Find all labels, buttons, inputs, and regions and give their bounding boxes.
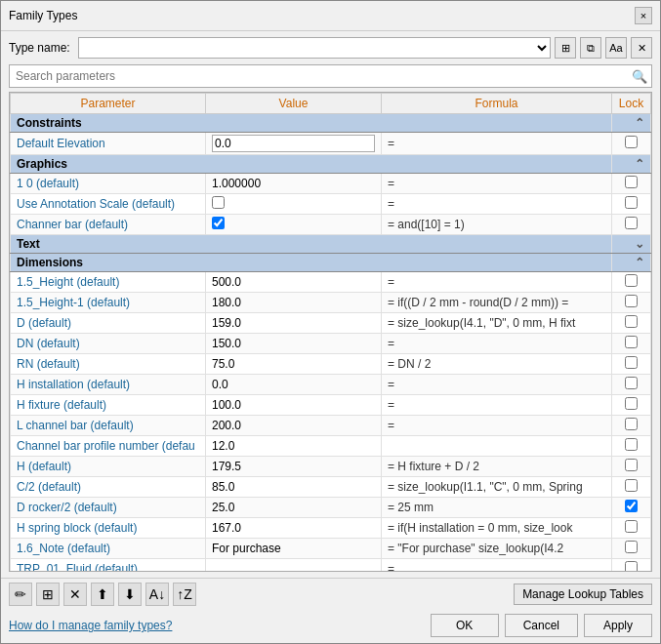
lock-cell[interactable] xyxy=(612,375,651,395)
param-cell: Default Elevation xyxy=(11,133,206,155)
table-header-row: Parameter Value Formula Lock xyxy=(11,94,651,114)
table-row: C/2 (default)85.0= size_lookup(I1.1, "C"… xyxy=(11,477,651,498)
lock-cell[interactable] xyxy=(612,477,651,498)
param-cell: Channel bar profile number (defau xyxy=(11,436,206,457)
close-button[interactable]: × xyxy=(635,7,652,24)
add-param-button[interactable]: ⊞ xyxy=(36,583,60,606)
lock-checkbox[interactable] xyxy=(625,136,638,148)
table-row: H (default)179.5= H fixture + D / 2 xyxy=(11,457,651,477)
section-collapse-arrow[interactable]: ⌃ xyxy=(612,155,651,174)
lock-checkbox[interactable] xyxy=(625,438,638,451)
sort-desc-button[interactable]: ↑Z xyxy=(173,583,196,606)
lock-cell[interactable] xyxy=(612,293,651,313)
value-cell: 167.0 xyxy=(206,518,382,539)
duplicate-type-button[interactable]: ⧉ xyxy=(580,37,601,59)
col-header-lock: Lock xyxy=(612,94,651,114)
param-cell: Use Annotation Scale (default) xyxy=(11,194,206,215)
lock-cell[interactable] xyxy=(612,215,651,235)
lock-cell[interactable] xyxy=(612,559,651,573)
lock-cell[interactable] xyxy=(612,313,651,334)
edit-param-button[interactable]: ✏ xyxy=(9,583,32,606)
lock-cell[interactable] xyxy=(612,133,651,155)
rename-type-button[interactable]: Aa xyxy=(605,37,627,59)
lock-checkbox[interactable] xyxy=(625,336,638,348)
parameters-table-container: Parameter Value Formula Lock Constraints… xyxy=(9,92,652,572)
lock-checkbox[interactable] xyxy=(625,500,638,512)
lock-cell[interactable] xyxy=(612,498,651,518)
param-cell: 1 0 (default) xyxy=(11,174,206,194)
table-row: D (default)159.0= size_lookup(I4.1, "D",… xyxy=(11,313,651,334)
param-cell: Channer bar (default) xyxy=(11,215,206,235)
lock-checkbox[interactable] xyxy=(625,479,638,492)
table-row: H installation (default)0.0= xyxy=(11,375,651,395)
value-cell xyxy=(206,215,382,235)
section-header-constraints: Constraints ⌃ xyxy=(11,114,651,133)
lock-checkbox[interactable] xyxy=(625,520,638,533)
lock-checkbox[interactable] xyxy=(625,295,638,307)
value-cell[interactable] xyxy=(206,133,382,155)
new-type-button[interactable]: ⊞ xyxy=(555,37,576,59)
lock-cell[interactable] xyxy=(612,436,651,457)
value-input[interactable] xyxy=(212,135,375,152)
col-header-parameter: Parameter xyxy=(11,94,206,114)
apply-button[interactable]: Apply xyxy=(584,614,652,637)
value-cell: 0.0 xyxy=(206,375,382,395)
search-input[interactable] xyxy=(10,65,628,87)
cancel-button[interactable]: Cancel xyxy=(505,614,578,637)
lock-cell[interactable] xyxy=(612,194,651,215)
manage-lookup-button[interactable]: Manage Lookup Tables xyxy=(514,584,652,605)
section-collapse-arrow[interactable]: ⌃ xyxy=(612,254,651,272)
lock-checkbox[interactable] xyxy=(625,561,638,572)
help-link[interactable]: How do I manage family types? xyxy=(9,619,172,632)
remove-param-button[interactable]: ✕ xyxy=(63,583,87,606)
lock-checkbox[interactable] xyxy=(625,176,638,188)
value-checkbox[interactable] xyxy=(212,217,225,229)
lock-checkbox[interactable] xyxy=(625,315,638,328)
ok-button[interactable]: OK xyxy=(431,614,499,637)
dialog-title: Family Types xyxy=(9,9,77,22)
table-row: Use Annotation Scale (default)= xyxy=(11,194,651,215)
formula-cell: = H fixture + D / 2 xyxy=(382,457,612,477)
lock-cell[interactable] xyxy=(612,416,651,436)
table-row: 1.6_Note (default)For purchase= "For pur… xyxy=(11,539,651,559)
lock-checkbox[interactable] xyxy=(625,356,638,369)
move-up-button[interactable]: ⬆ xyxy=(91,583,114,606)
type-name-row: Type name: ⊞ ⧉ Aa ✕ xyxy=(9,37,652,59)
value-cell: 100.0 xyxy=(206,395,382,416)
value-checkbox[interactable] xyxy=(212,196,225,209)
table-row: TRP_01_Fluid (default)= xyxy=(11,559,651,573)
lock-checkbox[interactable] xyxy=(625,397,638,410)
type-name-select[interactable] xyxy=(78,37,551,59)
delete-type-button[interactable]: ✕ xyxy=(631,37,652,59)
lock-cell[interactable] xyxy=(612,174,651,194)
family-types-dialog: Family Types × Type name: ⊞ ⧉ Aa ✕ 🔍 Par… xyxy=(0,0,661,644)
table-row: Default Elevation= xyxy=(11,133,651,155)
section-header-text: Text ⌄ xyxy=(11,235,651,254)
lock-cell[interactable] xyxy=(612,354,651,375)
lock-checkbox[interactable] xyxy=(625,377,638,389)
bottom-toolbar: ✏ ⊞ ✕ ⬆ ⬇ A↓ ↑Z Manage Lookup Tables xyxy=(1,578,660,610)
lock-checkbox[interactable] xyxy=(625,418,638,430)
lock-checkbox[interactable] xyxy=(625,217,638,229)
lock-checkbox[interactable] xyxy=(625,196,638,209)
lock-cell[interactable] xyxy=(612,457,651,477)
lock-cell[interactable] xyxy=(612,539,651,559)
formula-cell: = xyxy=(382,395,612,416)
formula-cell: = xyxy=(382,272,612,293)
lock-cell[interactable] xyxy=(612,395,651,416)
lock-checkbox[interactable] xyxy=(625,541,638,553)
param-cell: L channel bar (default) xyxy=(11,416,206,436)
section-collapse-arrow[interactable]: ⌃ xyxy=(612,114,651,133)
lock-checkbox[interactable] xyxy=(625,274,638,287)
lock-cell[interactable] xyxy=(612,334,651,354)
lock-cell[interactable] xyxy=(612,272,651,293)
value-cell: 12.0 xyxy=(206,436,382,457)
lock-checkbox[interactable] xyxy=(625,459,638,471)
section-collapse-arrow[interactable]: ⌄ xyxy=(612,235,651,254)
sort-asc-button[interactable]: A↓ xyxy=(145,583,169,606)
section-header-graphics: Graphics ⌃ xyxy=(11,155,651,174)
dialog-content: Type name: ⊞ ⧉ Aa ✕ 🔍 Parameter Value Fo… xyxy=(1,31,660,578)
lock-cell[interactable] xyxy=(612,518,651,539)
footer-row: How do I manage family types? OK Cancel … xyxy=(1,610,660,643)
move-down-button[interactable]: ⬇ xyxy=(118,583,142,606)
